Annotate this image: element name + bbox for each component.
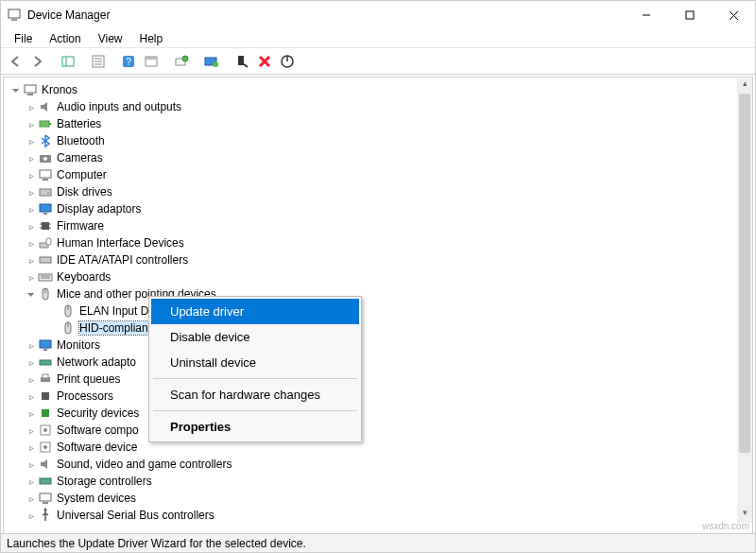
expand-icon[interactable]: ▹ [25, 338, 38, 352]
titlebar[interactable]: Device Manager [1, 1, 755, 29]
expand-icon[interactable]: ▹ [25, 168, 38, 181]
expand-icon[interactable]: ▹ [25, 151, 38, 164]
expand-icon[interactable]: ▹ [25, 389, 38, 403]
node-label: Kronos [42, 83, 77, 96]
tree-node-software-devices[interactable]: ▹Software device [4, 439, 752, 456]
context-menu: Update driver Disable device Uninstall d… [148, 296, 362, 442]
menu-file[interactable]: File [7, 30, 40, 47]
minimize-button[interactable] [625, 1, 668, 29]
camera-icon [38, 150, 53, 165]
svg-rect-60 [42, 409, 49, 417]
tree-node-computer[interactable]: ▹Computer [4, 166, 752, 183]
expand-icon[interactable]: ▹ [25, 253, 38, 267]
tree-root[interactable]: ⏷ Kronos [4, 81, 752, 98]
ctx-uninstall-device[interactable]: Uninstall device [151, 350, 359, 375]
tree-node-elan-input[interactable]: ELAN Input Device [4, 302, 752, 320]
show-hide-console-tree-button[interactable] [58, 51, 78, 72]
maximize-button[interactable] [668, 1, 712, 29]
node-label: Firmware [57, 219, 104, 233]
tree-node-batteries[interactable]: ▹Batteries [4, 115, 752, 132]
svg-text:?: ? [126, 57, 131, 67]
svg-point-64 [43, 445, 47, 449]
ctx-properties[interactable]: Properties [151, 414, 359, 440]
expand-icon[interactable]: ▹ [25, 406, 38, 420]
expand-icon[interactable]: ▹ [25, 236, 38, 250]
tree-node-display-adapters[interactable]: ▹Display adaptors [4, 200, 752, 217]
expand-icon[interactable]: ⏷ [9, 83, 23, 96]
expand-icon[interactable]: ▹ [25, 134, 38, 147]
ctx-disable-device[interactable]: Disable device [151, 324, 359, 350]
expand-icon[interactable]: ▹ [25, 475, 38, 488]
node-label: Storage controllers [57, 475, 152, 488]
properties-button[interactable] [88, 51, 109, 72]
menu-help[interactable]: Help [132, 30, 171, 47]
expand-icon[interactable]: ▹ [25, 270, 38, 284]
scan-hardware-button[interactable] [171, 51, 192, 72]
forward-button[interactable] [27, 51, 48, 72]
expand-icon[interactable]: ▹ [25, 355, 38, 369]
device-tree[interactable]: ⏷ Kronos ▹Audio inputs and outputs ▹Batt… [3, 77, 753, 535]
status-text: Launches the Update Driver Wizard for th… [7, 537, 306, 550]
tree-node-security[interactable]: ▹Security devices [4, 405, 752, 422]
tree-node-storage[interactable]: ▹Storage controllers [4, 473, 752, 490]
expand-icon[interactable]: ▹ [25, 100, 38, 113]
tree-node-system[interactable]: ▹System devices [4, 490, 752, 507]
mouse-icon [60, 320, 76, 336]
svg-rect-28 [49, 123, 51, 125]
enable-device-button[interactable] [277, 51, 298, 72]
collapse-icon[interactable]: ⏷ [25, 287, 38, 301]
expand-icon[interactable]: ▹ [25, 372, 38, 386]
back-button[interactable] [5, 51, 26, 72]
tree-node-sound[interactable]: ▹Sound, video and game controllers [4, 456, 752, 473]
tree-node-disk-drives[interactable]: ▹Disk drives [4, 183, 752, 200]
tree-node-ide[interactable]: ▹IDE ATA/ATAPI controllers [4, 251, 752, 268]
tree-node-usb[interactable]: ▹Universal Serial Bus controllers [4, 507, 752, 524]
expand-icon[interactable]: ▹ [25, 458, 38, 471]
vertical-scrollbar[interactable]: ▴ ▾ [737, 78, 752, 523]
scroll-up-icon[interactable]: ▴ [737, 78, 752, 94]
tree-node-firmware[interactable]: ▹Firmware [4, 217, 752, 234]
update-driver-button[interactable] [201, 51, 222, 72]
tree-node-hid-mouse[interactable]: HID-compliant mouse [4, 320, 752, 337]
action-button[interactable] [141, 51, 162, 72]
storage-icon [38, 474, 53, 489]
scroll-thumb[interactable] [739, 94, 750, 453]
node-label: Computer [57, 168, 107, 181]
expand-icon[interactable]: ▹ [25, 202, 38, 216]
tree-node-monitors[interactable]: ▹Monitors [4, 337, 752, 354]
svg-rect-25 [25, 85, 36, 93]
tree-node-processors[interactable]: ▹Processors [4, 388, 752, 405]
expand-icon[interactable]: ▹ [25, 185, 38, 199]
svg-rect-59 [42, 392, 49, 400]
tree-node-cameras[interactable]: ▹Cameras [4, 149, 752, 166]
expand-icon[interactable]: ▹ [25, 423, 38, 437]
tree-node-keyboards[interactable]: ▹Keyboards [4, 268, 752, 285]
tree-node-network[interactable]: ▹Network adapto [4, 354, 752, 371]
tree-node-software-components[interactable]: ▹Software compo [4, 422, 752, 439]
svg-rect-35 [40, 204, 51, 212]
menu-view[interactable]: View [91, 30, 130, 47]
printer-icon [38, 372, 53, 387]
expand-icon[interactable]: ▹ [25, 219, 38, 233]
node-label: Keyboards [57, 270, 111, 284]
expand-icon[interactable]: ▹ [25, 509, 38, 522]
node-label: Human Interface Devices [57, 236, 184, 250]
svg-rect-26 [27, 94, 33, 95]
menu-action[interactable]: Action [42, 30, 88, 47]
help-button[interactable]: ? [118, 51, 139, 72]
expand-icon[interactable]: ▹ [25, 117, 38, 130]
expand-icon[interactable]: ▹ [25, 441, 38, 454]
ctx-update-driver[interactable]: Update driver [151, 299, 359, 324]
close-button[interactable] [712, 1, 755, 29]
tree-node-print-queues[interactable]: ▹Print queues [4, 371, 752, 388]
tree-node-mice[interactable]: ⏷Mice and other pointing devices [4, 285, 752, 302]
svg-rect-15 [146, 57, 157, 60]
toolbar: ? [1, 48, 755, 75]
tree-node-bluetooth[interactable]: ▹Bluetooth [4, 132, 752, 149]
tree-node-audio[interactable]: ▹Audio inputs and outputs [4, 98, 752, 115]
disable-device-button[interactable] [232, 51, 252, 72]
expand-icon[interactable]: ▹ [25, 492, 38, 505]
ctx-scan-hardware[interactable]: Scan for hardware changes [151, 382, 359, 407]
tree-node-hid[interactable]: ▹Human Interface Devices [4, 234, 752, 251]
uninstall-device-button[interactable] [254, 51, 275, 72]
